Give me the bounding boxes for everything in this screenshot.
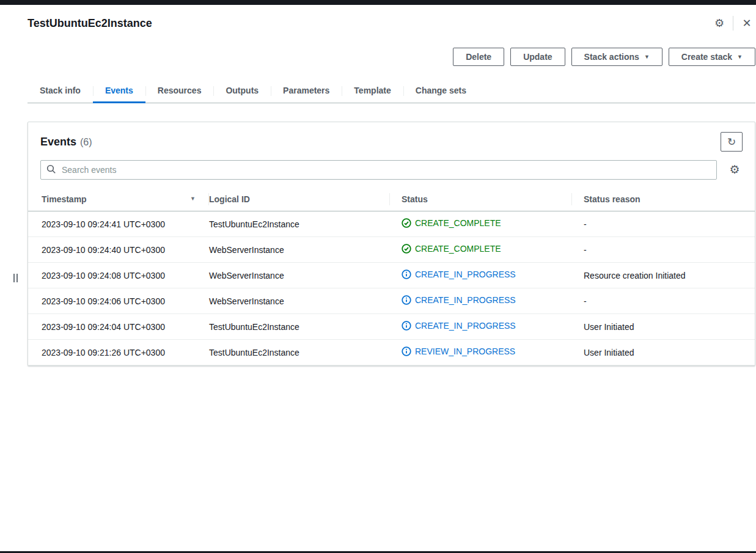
table-row: 2023-09-10 09:24:06 UTC+0300 WebServerIn… [28, 288, 755, 314]
info-icon[interactable] [402, 295, 411, 305]
events-search-row: ⚙ [28, 159, 755, 189]
table-header-row: Timestamp ▼ Logical ID Status Status rea… [28, 189, 755, 211]
logical-id-cell: TestUbuntuEc2Instance [209, 340, 390, 365]
info-icon[interactable] [402, 346, 411, 356]
timestamp-cell: 2023-09-10 09:24:06 UTC+0300 [28, 288, 209, 314]
status-text: CREATE_COMPLETE [415, 244, 501, 254]
caret-down-icon: ▼ [644, 54, 650, 60]
page-title: TestUbuntuEc2Instance [28, 17, 711, 30]
status-reason-cell: User Initiated [572, 314, 755, 340]
status-badge: CREATE_COMPLETE [402, 218, 501, 228]
sort-desc-icon[interactable]: ▼ [190, 196, 196, 202]
refresh-icon: ↻ [727, 136, 736, 148]
status-reason-cell: Resource creation Initiated [572, 263, 755, 288]
column-header-timestamp[interactable]: Timestamp ▼ [28, 189, 209, 211]
status-reason-cell: - [572, 288, 755, 314]
timestamp-cell: 2023-09-10 09:24:08 UTC+0300 [28, 263, 209, 288]
update-button[interactable]: Update [510, 48, 565, 66]
timestamp-cell: 2023-09-10 09:24:04 UTC+0300 [28, 314, 209, 340]
settings-gear-icon[interactable]: ⚙ [711, 15, 728, 32]
status-badge: CREATE_COMPLETE [402, 244, 501, 254]
stack-actions-dropdown[interactable]: Stack actions ▼ [571, 48, 662, 66]
events-card-header: Events (6) ↻ [28, 122, 755, 159]
status-text: CREATE_IN_PROGRESS [415, 269, 516, 279]
stack-detail-panel: TestUbuntuEc2Instance ⚙ ✕ Delete Update … [28, 0, 755, 366]
column-header-logical-id: Logical ID [209, 189, 390, 211]
tab-events[interactable]: Events [93, 79, 145, 103]
status-text: CREATE_IN_PROGRESS [415, 321, 516, 331]
logical-id-cell: TestUbuntuEc2Instance [209, 211, 390, 237]
tab-change-sets[interactable]: Change sets [403, 79, 479, 103]
timestamp-cell: 2023-09-10 09:24:41 UTC+0300 [28, 211, 209, 237]
search-icon [46, 164, 56, 177]
info-icon[interactable] [402, 321, 411, 331]
logical-id-cell: WebServerInstance [209, 288, 390, 314]
timestamp-cell: 2023-09-10 09:24:40 UTC+0300 [28, 237, 209, 263]
status-badge: CREATE_IN_PROGRESS [402, 269, 516, 279]
table-preferences-gear-icon[interactable]: ⚙ [727, 162, 743, 178]
delete-button[interactable]: Delete [453, 48, 504, 66]
close-icon[interactable]: ✕ [738, 15, 755, 32]
tab-parameters[interactable]: Parameters [271, 79, 342, 103]
tab-outputs[interactable]: Outputs [213, 79, 271, 103]
status-badge: CREATE_IN_PROGRESS [402, 295, 516, 305]
info-icon[interactable] [402, 269, 411, 279]
success-check-icon[interactable] [402, 218, 411, 228]
success-check-icon[interactable] [402, 244, 411, 254]
table-row: 2023-09-10 09:24:41 UTC+0300 TestUbuntuE… [28, 211, 755, 237]
status-badge: CREATE_IN_PROGRESS [402, 321, 516, 331]
stack-detail-tabs: Stack info Events Resources Outputs Para… [28, 79, 755, 103]
tab-stack-info[interactable]: Stack info [28, 79, 93, 103]
table-row: 2023-09-10 09:24:04 UTC+0300 TestUbuntuE… [28, 314, 755, 340]
logical-id-cell: WebServerInstance [209, 237, 390, 263]
status-reason-cell: - [572, 237, 755, 263]
status-reason-cell: - [572, 211, 755, 237]
column-header-status-reason: Status reason [572, 189, 755, 211]
tab-template[interactable]: Template [342, 79, 403, 103]
split-panel-resize-handle[interactable] [11, 271, 20, 285]
status-badge: REVIEW_IN_PROGRESS [402, 346, 515, 356]
events-count: (6) [80, 137, 92, 148]
create-stack-dropdown[interactable]: Create stack ▼ [669, 48, 755, 66]
caret-down-icon: ▼ [737, 54, 743, 60]
status-text: REVIEW_IN_PROGRESS [415, 346, 515, 356]
status-text: CREATE_IN_PROGRESS [415, 295, 516, 305]
tab-resources[interactable]: Resources [145, 79, 214, 103]
timestamp-cell: 2023-09-10 09:21:26 UTC+0300 [28, 340, 209, 365]
events-table: Timestamp ▼ Logical ID Status Status rea… [28, 189, 755, 365]
table-row: 2023-09-10 09:21:26 UTC+0300 TestUbuntuE… [28, 340, 755, 365]
search-events-input[interactable] [40, 160, 717, 180]
status-text: CREATE_COMPLETE [415, 218, 501, 228]
header-divider [733, 16, 733, 31]
events-card: Events (6) ↻ ⚙ [28, 122, 755, 366]
refresh-button[interactable]: ↻ [721, 132, 743, 152]
logical-id-cell: TestUbuntuEc2Instance [209, 314, 390, 340]
table-row: 2023-09-10 09:24:40 UTC+0300 WebServerIn… [28, 237, 755, 263]
panel-header: TestUbuntuEc2Instance ⚙ ✕ [28, 13, 755, 33]
status-reason-cell: User Initiated [572, 340, 755, 365]
logical-id-cell: WebServerInstance [209, 263, 390, 288]
stack-actions-toolbar: Delete Update Stack actions ▼ Create sta… [28, 48, 755, 66]
events-title: Events [40, 136, 76, 148]
column-header-status: Status [390, 189, 572, 211]
browser-top-bar [0, 0, 756, 5]
table-row: 2023-09-10 09:24:08 UTC+0300 WebServerIn… [28, 263, 755, 288]
